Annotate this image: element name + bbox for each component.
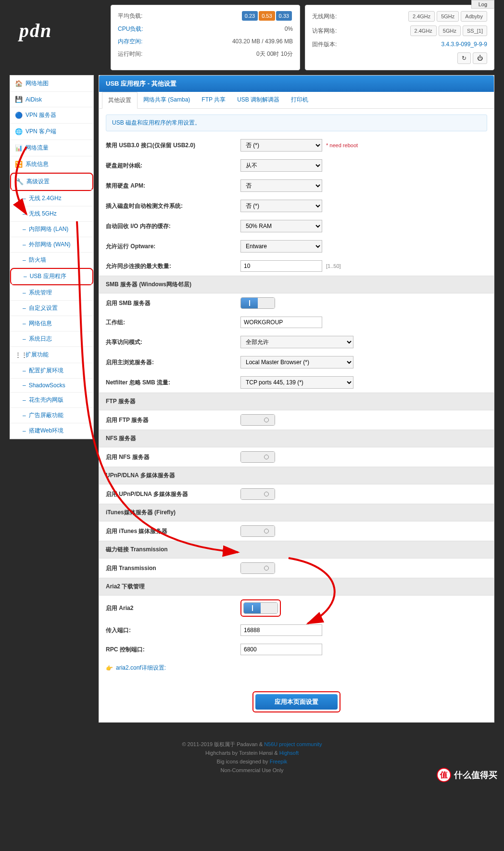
fscheck-select[interactable]: 否 (*) <box>240 200 322 212</box>
fw-version-link[interactable]: 3.4.3.9-099_9-9-9 <box>441 40 487 49</box>
row-sharemode: 共享访问模式:全部允许 <box>99 332 494 352</box>
tab-samba[interactable]: 网络共享 (Samba) <box>138 92 196 108</box>
sub-adblock[interactable]: –广告屏蔽功能 <box>10 408 93 423</box>
sub-wifi5[interactable]: –无线 5GHz <box>10 206 93 222</box>
wrench-icon: 🔧 <box>16 178 24 185</box>
row-iocache: 自动回收 I/O 内存的缓存:50% RAM <box>99 216 494 236</box>
sub-ext-config[interactable]: –配置扩展环境 <box>10 363 93 379</box>
row-ftp-enable: 启用 FTP 服务器 <box>99 410 494 430</box>
row-aria2-port: 传入端口: <box>99 621 494 640</box>
nav-vpn-client[interactable]: 🌐VPN 客户端 <box>10 124 93 140</box>
grid-icon: ⋮⋮ <box>15 351 23 358</box>
nfs-toggle[interactable] <box>240 451 275 463</box>
refresh-icon[interactable]: ↻ <box>457 52 471 64</box>
row-trans-enable: 启用 Transmission <box>99 559 494 578</box>
itunes-toggle[interactable] <box>240 525 275 537</box>
vpn-server-icon: 🔵 <box>15 112 23 119</box>
aria2-conf-link-row: 👉 aria2.conf详细设置: <box>99 659 494 682</box>
stats-right: 无线网络: 2.4GHz5GHzAdbyby 访客网络: 2.4GHz5GHzS… <box>305 5 494 70</box>
highsoft-link[interactable]: Highsoft <box>279 750 299 756</box>
sub-shadowsocks[interactable]: –ShadowSocks <box>10 379 93 393</box>
ss-btn[interactable]: SS_[1] <box>463 25 487 36</box>
info-bar: USB 磁盘和应用程序的常用设置。 <box>106 114 487 131</box>
adbyby-btn[interactable]: Adbyby <box>461 11 487 22</box>
main-area: 🏠网络地图 💾AiDisk 🔵VPN 服务器 🌐VPN 客户端 📊网络流量 🔀系… <box>0 75 504 732</box>
row-hdd-spindown: 硬盘超时休眠:从不 <box>99 155 494 176</box>
iocache-select[interactable]: 50% RAM <box>240 220 322 232</box>
section-itunes: iTunes媒体服务器 (Firefly) <box>99 504 494 521</box>
sub-lan[interactable]: –内部网络 (LAN) <box>10 222 93 237</box>
sub-usb-app[interactable]: –USB 应用程序 <box>11 269 92 284</box>
master-select[interactable]: Local Master Browser (*) <box>240 356 353 368</box>
freepik-link[interactable]: Freepik <box>270 759 288 764</box>
tab-other[interactable]: 其他设置 <box>102 92 138 109</box>
tab-ftp[interactable]: FTP 共享 <box>196 92 231 108</box>
section-aria2: Aria2 下载管理 <box>99 578 494 596</box>
smb-toggle[interactable] <box>240 297 275 309</box>
aria2-toggle[interactable] <box>243 602 278 614</box>
row-usb3: 禁用 USB3.0 接口(仅保留 USB2.0)否 (*)* need rebo… <box>99 135 494 155</box>
sub-sysmgr[interactable]: –系统管理 <box>10 285 93 301</box>
watermark-icon: 值 <box>437 768 451 782</box>
uptime-label: 运行时间: <box>118 50 142 58</box>
sub-syslog[interactable]: –系统日志 <box>10 331 93 347</box>
sub-wifi24[interactable]: –无线 2.4GHz <box>10 191 93 206</box>
nav-extensions[interactable]: ⋮⋮扩展功能 <box>10 347 93 363</box>
hand-icon: 👉 <box>106 665 113 672</box>
section-dlna: UPnP/DLNA 多媒体服务器 <box>99 467 494 484</box>
apply-button[interactable]: 应用本页面设置 <box>255 694 338 710</box>
nav-network-map[interactable]: 🏠网络地图 <box>10 76 93 92</box>
watermark: 值 什么值得买 <box>437 768 497 782</box>
guest-label: 访客网络: <box>312 26 337 35</box>
uptime-value: 0天 00时 10分 <box>256 50 293 58</box>
n56u-link[interactable]: N56U project community <box>264 741 322 747</box>
wifi-5-btn[interactable]: 5GHz <box>437 11 459 22</box>
apply-row: 应用本页面设置 <box>99 682 494 722</box>
aria2-conf-link[interactable]: aria2.conf详细设置: <box>116 664 166 672</box>
aria2-port-input[interactable] <box>240 624 322 636</box>
nav-vpn-server[interactable]: 🔵VPN 服务器 <box>10 107 93 124</box>
chart-icon: 📊 <box>15 144 23 152</box>
log-button[interactable]: Log <box>471 0 494 9</box>
sub-wan[interactable]: –外部网络 (WAN) <box>10 237 93 253</box>
hdd-spindown-select[interactable]: 从不 <box>240 159 322 172</box>
tab-printer[interactable]: 打印机 <box>285 92 314 108</box>
row-master: 启用主浏览服务器:Local Master Browser (*) <box>99 352 494 372</box>
row-netfilter: Netfilter 忽略 SMB 流量:TCP ports 445, 139 (… <box>99 372 494 393</box>
dlna-toggle[interactable] <box>240 488 275 500</box>
row-apm: 禁用硬盘 APM:否 <box>99 176 494 196</box>
sharemode-select[interactable]: 全部允许 <box>240 336 353 348</box>
sub-custom[interactable]: –自定义设置 <box>10 301 93 316</box>
workgroup-input[interactable] <box>240 317 322 328</box>
trans-toggle[interactable] <box>240 562 275 574</box>
sub-oray[interactable]: –花生壳内网版 <box>10 393 93 408</box>
nav-sysinfo[interactable]: 🔀系统信息 <box>10 156 93 173</box>
ftp-toggle[interactable] <box>240 414 275 426</box>
row-aria2-rpc: RPC 控制端口: <box>99 640 494 659</box>
usb3-select[interactable]: 否 (*) <box>240 139 322 152</box>
power-icon[interactable]: ⏻ <box>473 52 487 64</box>
shuffle-icon: 🔀 <box>15 161 23 168</box>
apm-select[interactable]: 否 <box>240 179 322 192</box>
section-ftp: FTP 服务器 <box>99 393 494 410</box>
nav-traffic[interactable]: 📊网络流量 <box>10 140 93 156</box>
sub-netinfo[interactable]: –网络信息 <box>10 316 93 331</box>
sidebar: 🏠网络地图 💾AiDisk 🔵VPN 服务器 🌐VPN 客户端 📊网络流量 🔀系… <box>10 75 94 439</box>
aria2-highlight <box>240 599 281 617</box>
guest-5-btn[interactable]: 5GHz <box>439 25 461 36</box>
nav-aidisk[interactable]: 💾AiDisk <box>10 92 93 107</box>
tab-modem[interactable]: USB 调制解调器 <box>231 92 285 108</box>
nav-advanced[interactable]: 🔧高级设置 <box>11 174 92 190</box>
maxconn-input[interactable] <box>240 260 322 272</box>
guest-24-btn[interactable]: 2.4GHz <box>410 25 437 36</box>
fw-label: 固件版本: <box>312 40 337 49</box>
netfilter-select[interactable]: TCP ports 445, 139 (*) <box>240 376 353 389</box>
load-badges: 0.230.530.33 <box>242 11 293 21</box>
aria2-rpc-input[interactable] <box>240 644 322 655</box>
optware-select[interactable]: Entware <box>240 240 322 253</box>
row-smb-enable: 启用 SMB 服务器 <box>99 293 494 313</box>
sub-firewall[interactable]: –防火墙 <box>10 253 93 268</box>
sub-webenv[interactable]: –搭建Web环境 <box>10 423 93 439</box>
nav-advanced-highlight: 🔧高级设置 <box>10 173 93 191</box>
wifi-24-btn[interactable]: 2.4GHz <box>408 11 435 22</box>
